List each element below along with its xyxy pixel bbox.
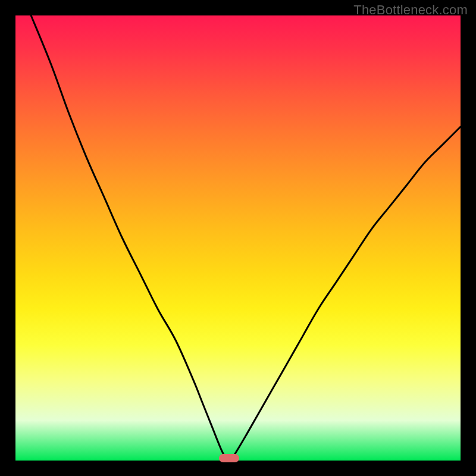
plot-area: [15, 15, 461, 461]
minimum-marker: [219, 454, 239, 462]
bottleneck-curve: [15, 15, 461, 461]
chart-frame: TheBottleneck.com: [0, 0, 476, 476]
curve-path: [31, 15, 461, 461]
